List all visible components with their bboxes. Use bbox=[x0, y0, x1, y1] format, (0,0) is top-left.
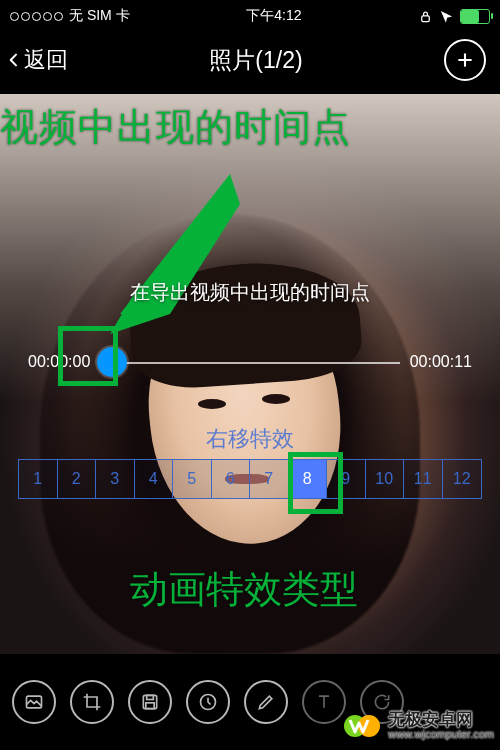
svg-rect-7 bbox=[147, 695, 154, 699]
watermark: 无极安卓网 www.wjcomputer.com bbox=[342, 706, 494, 746]
carrier-label: 无 SIM 卡 bbox=[69, 7, 130, 25]
text-icon bbox=[314, 692, 334, 712]
plus-icon bbox=[455, 50, 475, 70]
effect-option-11[interactable]: 11 bbox=[404, 460, 443, 498]
bottom-toolbar: 无极安卓网 www.wjcomputer.com bbox=[0, 674, 500, 750]
image-button[interactable] bbox=[12, 680, 56, 724]
page-title: 照片(1/2) bbox=[68, 45, 444, 76]
nav-bar: 返回 照片(1/2) bbox=[0, 28, 500, 94]
timeline-thumb[interactable] bbox=[97, 347, 127, 377]
effect-option-8[interactable]: 8 bbox=[289, 460, 328, 498]
watermark-logo-icon bbox=[342, 706, 382, 746]
effect-selector[interactable]: 123456789101112 bbox=[18, 459, 482, 499]
annotation-bottom: 动画特效类型 bbox=[130, 564, 358, 615]
effect-option-4[interactable]: 4 bbox=[135, 460, 174, 498]
effect-option-5[interactable]: 5 bbox=[173, 460, 212, 498]
time-start: 00:00:00 bbox=[28, 353, 90, 371]
edit-icon bbox=[256, 692, 276, 712]
timepoint-hint: 在导出视频中出现的时间点 bbox=[0, 279, 500, 306]
svg-rect-8 bbox=[146, 703, 154, 709]
time-end: 00:00:11 bbox=[410, 353, 472, 371]
annotation-top: 视频中出现的时间点 bbox=[0, 102, 351, 153]
effect-option-1[interactable]: 1 bbox=[19, 460, 58, 498]
crop-button[interactable] bbox=[70, 680, 114, 724]
battery-icon bbox=[460, 9, 490, 24]
image-icon bbox=[24, 692, 44, 712]
effect-name-label: 右移特效 bbox=[0, 424, 500, 454]
effect-option-10[interactable]: 10 bbox=[366, 460, 405, 498]
draw-button[interactable] bbox=[244, 680, 288, 724]
watermark-title: 无极安卓网 bbox=[388, 711, 494, 729]
lock-icon bbox=[418, 9, 433, 24]
add-button[interactable] bbox=[444, 39, 486, 81]
svg-rect-0 bbox=[422, 15, 430, 21]
photo-editor: 视频中出现的时间点 在导出视频中出现的时间点 00:00:00 00:00:11… bbox=[0, 94, 500, 654]
effect-option-2[interactable]: 2 bbox=[58, 460, 97, 498]
effect-option-6[interactable]: 6 bbox=[212, 460, 251, 498]
status-bar: 无 SIM 卡 下午4:12 bbox=[0, 0, 500, 28]
effect-option-3[interactable]: 3 bbox=[96, 460, 135, 498]
timeline: 00:00:00 00:00:11 bbox=[0, 344, 500, 380]
chevron-left-icon bbox=[6, 46, 22, 74]
clock-icon bbox=[198, 692, 218, 712]
save-icon bbox=[140, 692, 160, 712]
status-time: 下午4:12 bbox=[246, 7, 301, 25]
text-button[interactable] bbox=[302, 680, 346, 724]
back-button[interactable]: 返回 bbox=[6, 45, 68, 75]
timing-button[interactable] bbox=[186, 680, 230, 724]
effect-option-12[interactable]: 12 bbox=[443, 460, 482, 498]
location-icon bbox=[439, 9, 454, 24]
save-button[interactable] bbox=[128, 680, 172, 724]
back-label: 返回 bbox=[24, 45, 68, 75]
crop-icon bbox=[82, 692, 102, 712]
effect-option-7[interactable]: 7 bbox=[250, 460, 289, 498]
signal-icon bbox=[10, 12, 63, 21]
timeline-track[interactable] bbox=[100, 344, 399, 380]
effect-option-9[interactable]: 9 bbox=[327, 460, 366, 498]
watermark-url: www.wjcomputer.com bbox=[388, 729, 494, 741]
